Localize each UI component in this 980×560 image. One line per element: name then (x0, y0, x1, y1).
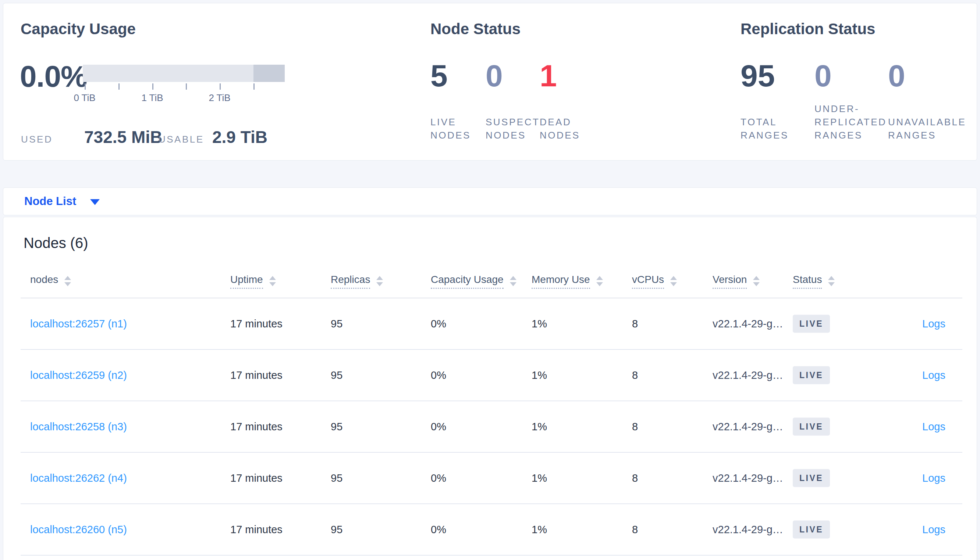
sort-desc-icon (64, 282, 71, 286)
nodes-table-header: nodesUptimeReplicasCapacity UsageMemory … (21, 266, 962, 298)
uptime-cell: 17 minutes (230, 523, 283, 536)
header-label-nodes: nodes (30, 274, 58, 288)
header-cell-capacity[interactable]: Capacity Usage (431, 274, 517, 289)
capacity-axis-label: 1 TiB (141, 92, 163, 103)
capacity-axis-tick (85, 83, 86, 90)
node-link[interactable]: localhost:26258 (n3) (30, 421, 127, 433)
header-cell-memory[interactable]: Memory Use (532, 274, 603, 289)
status-cell: LIVE (793, 469, 830, 487)
capacity-bar-dark-segment (253, 65, 285, 82)
sort-arrows-icon[interactable] (670, 276, 677, 286)
replication-stat-label: UNAVAILABLE RANGES (888, 115, 980, 142)
capacity-axis-tick (119, 83, 120, 90)
sort-asc-icon (828, 276, 835, 280)
sort-asc-icon (670, 276, 677, 280)
node-link[interactable]: localhost:26262 (n4) (30, 472, 127, 484)
capacity-usage-cell: 0% (431, 318, 446, 330)
capacity-axis-tick (186, 83, 187, 90)
sort-arrows-icon[interactable] (510, 276, 517, 286)
replicas-cell: 95 (331, 369, 343, 382)
usable-label: USABLE (159, 134, 204, 145)
capacity-axis-label: 0 TiB (74, 92, 95, 103)
capacity-usage-cell: 0% (431, 523, 446, 536)
status-cell: LIVE (793, 521, 830, 539)
sort-arrows-icon[interactable] (753, 276, 760, 286)
header-cell-version[interactable]: Version (712, 274, 760, 289)
capacity-axis-tick (152, 83, 154, 90)
replication-stat-value: 95 (741, 60, 775, 91)
node-status-stat-value: 5 (430, 60, 448, 91)
status-cell: LIVE (793, 367, 830, 384)
status-cell: LIVE (793, 315, 830, 333)
header-label-capacity: Capacity Usage (431, 274, 503, 289)
node-list-dropdown[interactable]: Node List (24, 195, 100, 208)
usable-value: 2.9 TiB (212, 127, 268, 147)
sort-desc-icon (753, 282, 760, 286)
header-cell-status[interactable]: Status (793, 274, 835, 289)
node-link[interactable]: localhost:26257 (n1) (30, 318, 127, 330)
capacity-used-percent: 0.0% (20, 59, 87, 94)
status-badge: LIVE (793, 315, 830, 333)
logs-link[interactable]: Logs (922, 318, 945, 330)
sort-arrows-icon[interactable] (269, 276, 276, 286)
sort-arrows-icon[interactable] (64, 276, 71, 286)
capacity-axis-tick (220, 83, 221, 90)
header-cell-nodes[interactable]: nodes (30, 274, 71, 288)
node-link[interactable]: localhost:26259 (n2) (30, 369, 127, 382)
status-badge: LIVE (793, 521, 830, 539)
memory-use-cell: 1% (532, 523, 547, 536)
sort-desc-icon (670, 282, 677, 286)
uptime-cell: 17 minutes (230, 472, 283, 484)
sort-arrows-icon[interactable] (376, 276, 383, 286)
sort-arrows-icon[interactable] (828, 276, 835, 286)
memory-use-cell: 1% (532, 318, 547, 330)
logs-link[interactable]: Logs (922, 421, 945, 433)
nodes-table-body: localhost:26257 (n1)17 minutes950%1%8v22… (21, 298, 962, 556)
vcpus-cell: 8 (632, 421, 638, 433)
cluster-summary-panel: Capacity Usage 0.0% 0 TiB1 TiB2 TiB USED… (3, 3, 977, 161)
header-label-memory: Memory Use (532, 274, 590, 289)
replication-stat-label: TOTAL RANGES (741, 115, 801, 142)
replicas-cell: 95 (331, 318, 343, 330)
logs-link[interactable]: Logs (922, 523, 945, 536)
capacity-axis-label: 2 TiB (209, 92, 230, 103)
vcpus-cell: 8 (632, 472, 638, 484)
header-cell-vcpus[interactable]: vCPUs (632, 274, 677, 289)
capacity-usage-cell: 0% (431, 369, 446, 382)
sort-asc-icon (510, 276, 517, 280)
status-cell: LIVE (793, 418, 830, 436)
table-row: localhost:26257 (n1)17 minutes950%1%8v22… (21, 298, 962, 350)
memory-use-cell: 1% (532, 421, 547, 433)
sort-asc-icon (596, 276, 603, 280)
capacity-usage-title: Capacity Usage (21, 20, 136, 38)
replication-stat-label: UNDER-REPLICATED RANGES (814, 102, 895, 142)
replicas-cell: 95 (331, 421, 343, 433)
status-badge: LIVE (793, 469, 830, 487)
sort-desc-icon (510, 282, 517, 286)
node-status-title: Node Status (430, 20, 520, 38)
sort-desc-icon (376, 282, 383, 286)
version-cell: v22.1.4-29-g… (712, 318, 783, 330)
header-label-status: Status (793, 274, 822, 289)
vcpus-cell: 8 (632, 369, 638, 382)
header-label-version: Version (712, 274, 747, 289)
capacity-usage-cell: 0% (431, 472, 446, 484)
header-cell-replicas[interactable]: Replicas (331, 274, 383, 289)
logs-link[interactable]: Logs (922, 369, 945, 382)
capacity-usage-cell: 0% (431, 421, 446, 433)
replication-stat-value: 0 (814, 60, 832, 91)
nodes-table: nodesUptimeReplicasCapacity UsageMemory … (21, 266, 962, 556)
sort-asc-icon (269, 276, 276, 280)
version-cell: v22.1.4-29-g… (712, 523, 783, 536)
table-row: localhost:26258 (n3)17 minutes950%1%8v22… (21, 401, 962, 453)
node-link[interactable]: localhost:26260 (n5) (30, 523, 127, 536)
used-label: USED (21, 134, 53, 145)
sort-desc-icon (269, 282, 276, 286)
header-cell-uptime[interactable]: Uptime (230, 274, 276, 289)
uptime-cell: 17 minutes (230, 369, 283, 382)
sort-arrows-icon[interactable] (596, 276, 603, 286)
used-value: 732.5 MiB (84, 127, 162, 147)
header-label-uptime: Uptime (230, 274, 263, 289)
version-cell: v22.1.4-29-g… (712, 421, 783, 433)
logs-link[interactable]: Logs (922, 472, 945, 484)
